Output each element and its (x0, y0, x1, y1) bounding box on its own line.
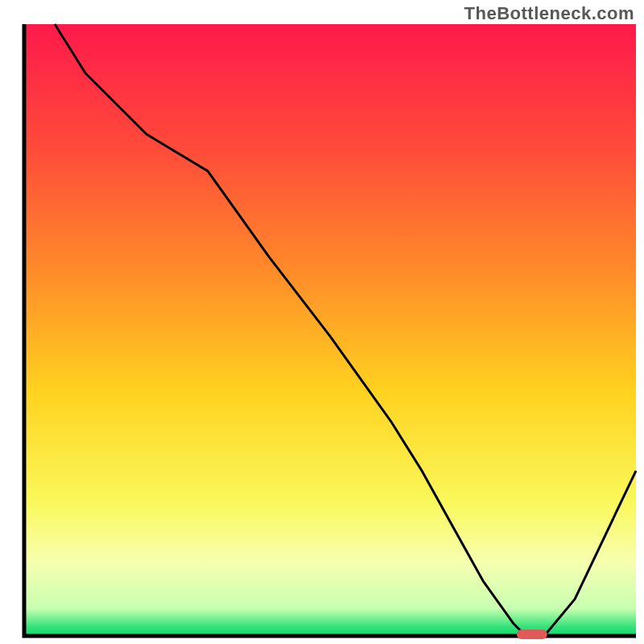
gradient-background (24, 24, 636, 636)
bottleneck-chart-svg (0, 0, 644, 644)
optimal-point-marker (517, 630, 547, 639)
chart-frame: TheBottleneck.com (0, 0, 644, 644)
watermark-text: TheBottleneck.com (464, 3, 634, 24)
plot-area (24, 24, 636, 639)
